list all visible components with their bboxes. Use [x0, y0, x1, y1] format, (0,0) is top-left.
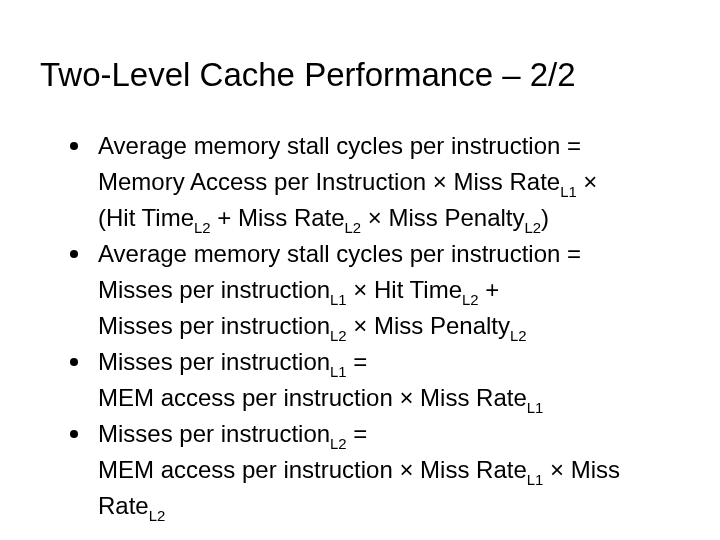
- bullet-item: Misses per instructionL2 =MEM access per…: [70, 416, 680, 524]
- subscript: L1: [560, 184, 577, 200]
- subscript: L2: [510, 328, 527, 344]
- subscript: L1: [527, 400, 544, 416]
- bullet-item: Average memory stall cycles per instruct…: [70, 128, 680, 236]
- subscript: L2: [462, 292, 479, 308]
- bullet-lead: Misses per instructionL2 =: [98, 420, 367, 447]
- subscript: L2: [330, 328, 347, 344]
- bullet-item: Average memory stall cycles per instruct…: [70, 236, 680, 344]
- subscript: L2: [194, 220, 211, 236]
- subscript: L2: [330, 436, 347, 452]
- subscript: L2: [345, 220, 362, 236]
- bullet-line: Memory Access per Instruction × Miss Rat…: [98, 168, 597, 195]
- subscript: L2: [525, 220, 542, 236]
- slide-title: Two-Level Cache Performance – 2/2: [40, 56, 680, 94]
- bullet-item: Misses per instructionL1 =MEM access per…: [70, 344, 680, 416]
- bullet-line: Misses per instructionL2 × Miss PenaltyL…: [98, 312, 527, 339]
- subscript: L1: [527, 472, 544, 488]
- subscript: L1: [330, 364, 347, 380]
- bullet-lead: Average memory stall cycles per instruct…: [98, 240, 581, 267]
- bullet-list: Average memory stall cycles per instruct…: [70, 128, 680, 524]
- bullet-lead: Average memory stall cycles per instruct…: [98, 132, 581, 159]
- bullet-line: (Hit TimeL2 + Miss RateL2 × Miss Penalty…: [98, 204, 549, 231]
- subscript: L1: [330, 292, 347, 308]
- slide: Two-Level Cache Performance – 2/2 Averag…: [0, 0, 720, 540]
- bullet-line: MEM access per instruction × Miss RateL1: [98, 384, 543, 411]
- subscript: L2: [149, 508, 166, 524]
- bullet-line: MEM access per instruction × Miss RateL1…: [98, 456, 620, 519]
- bullet-line: Misses per instructionL1 × Hit TimeL2 +: [98, 276, 499, 303]
- bullet-lead: Misses per instructionL1 =: [98, 348, 367, 375]
